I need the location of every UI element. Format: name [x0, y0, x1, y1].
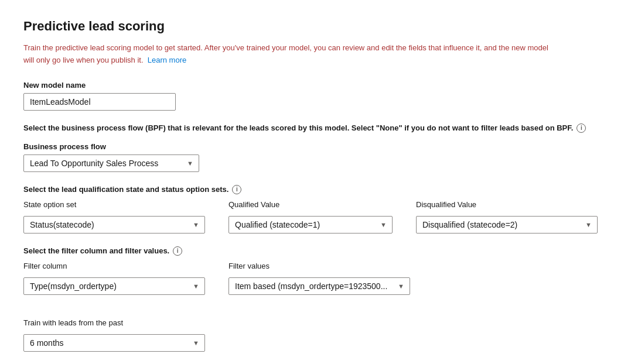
- filter-col-field-group: Filter column Type(msdyn_ordertype) ▼: [23, 262, 205, 295]
- disqualified-dropdown[interactable]: Disqualified (statecode=2): [416, 216, 598, 233]
- qualified-label: Qualified Value: [228, 200, 393, 209]
- qualified-field-group: Qualified Value Qualified (statecode=1) …: [228, 200, 393, 233]
- page-title: Predictive lead scoring: [23, 19, 608, 34]
- state-dropdown[interactable]: Status(statecode): [23, 216, 205, 233]
- qualified-dropdown[interactable]: Qualified (statecode=1): [228, 216, 393, 233]
- filter-col-dropdown[interactable]: Type(msdyn_ordertype): [23, 277, 205, 295]
- bpf-info-icon: i: [577, 123, 586, 133]
- filter-val-dropdown[interactable]: Item based (msdyn_ordertype=1923500...: [228, 277, 410, 295]
- state-field-group: State option set Status(statecode) ▼: [23, 200, 205, 233]
- months-dropdown[interactable]: 6 months 3 months 12 months: [23, 334, 205, 352]
- description-text: Train the predictive lead scoring model …: [23, 43, 548, 64]
- learn-more-link[interactable]: Learn more: [148, 56, 186, 64]
- qualification-info-icon: i: [232, 185, 241, 194]
- months-label: Train with leads from the past: [23, 318, 205, 327]
- model-name-input[interactable]: [23, 93, 176, 111]
- months-field-group: Train with leads from the past 6 months …: [23, 318, 205, 352]
- bpf-instruction: Select the business process flow (BPF) t…: [23, 123, 603, 133]
- filter-val-label: Filter values: [228, 262, 410, 270]
- disqualified-label: Disqualified Value: [416, 200, 598, 209]
- bpf-dropdown[interactable]: Lead To Opportunity Sales Process None: [23, 154, 199, 172]
- model-name-label: New model name: [23, 81, 608, 90]
- page-description: Train the predictive lead scoring model …: [23, 42, 551, 67]
- filter-instruction: Select the filter column and filter valu…: [23, 246, 608, 256]
- filter-info-icon: i: [173, 246, 182, 256]
- state-label: State option set: [23, 200, 205, 209]
- filter-val-field-group: Filter values Item based (msdyn_ordertyp…: [228, 262, 410, 295]
- disqualified-field-group: Disqualified Value Disqualified (stateco…: [416, 200, 598, 233]
- qualification-instruction: Select the lead qualification state and …: [23, 185, 608, 194]
- bpf-label: Business process flow: [23, 142, 608, 151]
- filter-col-label: Filter column: [23, 262, 205, 270]
